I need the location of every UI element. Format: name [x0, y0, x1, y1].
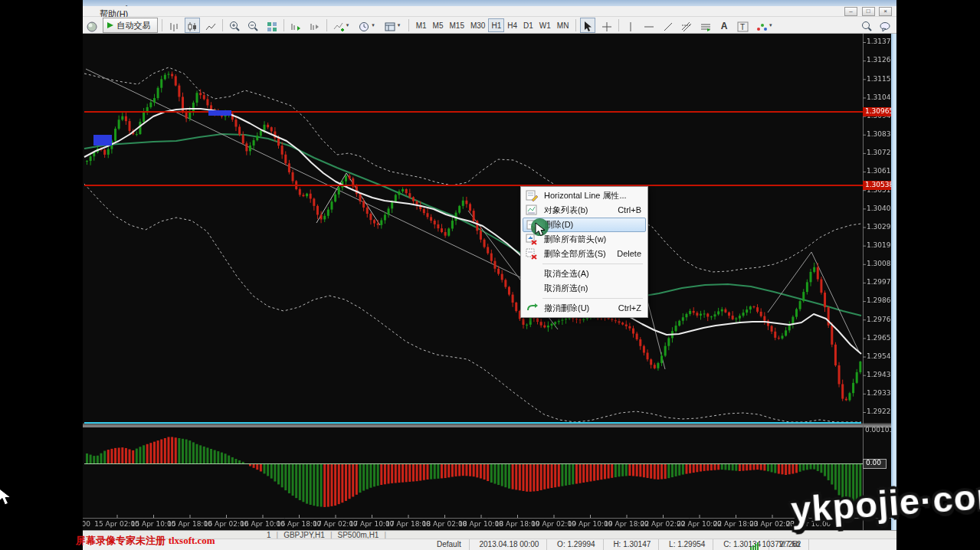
- secondary-cursor-icon: [0, 487, 13, 507]
- title-bar: GBPUSD,H1]: [83, 0, 896, 6]
- status-high: H: 1.30147: [605, 539, 659, 550]
- timeframe-m1[interactable]: M1: [413, 18, 430, 32]
- tile-windows-icon[interactable]: [264, 18, 280, 33]
- horizontal-line-tool-icon[interactable]: [641, 18, 657, 33]
- timeframe-m5[interactable]: M5: [430, 18, 447, 32]
- screen: GBPUSD,H1] 帮助(H) – □ × 自动交易: [0, 0, 980, 550]
- context-menu-item[interactable]: 撤消删除(U)Ctrl+Z: [523, 301, 646, 316]
- indicators-caret-icon[interactable]: ▾: [346, 18, 353, 33]
- status-profile: Default: [429, 539, 470, 550]
- context-menu-item[interactable]: 对象列表(b)Ctrl+B: [523, 203, 646, 218]
- toolbar: 自动交易 ▾ ▾ ▾ M1M5M15M30H1H4D1W1MN: [83, 17, 896, 34]
- svg-text:T: T: [740, 23, 745, 31]
- context-menu-separator: [542, 264, 643, 264]
- context-menu-item[interactable]: Horizontal Line 属性...: [523, 188, 646, 203]
- channels-tool-icon[interactable]: [698, 18, 713, 33]
- status-connection: 10372/7 kb: [742, 539, 808, 550]
- crosshair-tool-icon[interactable]: [599, 18, 615, 33]
- chart-canvas[interactable]: [83, 34, 896, 530]
- timeframe-h1[interactable]: H1: [488, 18, 504, 32]
- timeframe-m30[interactable]: M30: [467, 18, 488, 32]
- chat-icon[interactable]: [878, 18, 893, 33]
- autotrading-button[interactable]: 自动交易: [103, 18, 157, 33]
- timeframe-m15[interactable]: M15: [447, 18, 467, 32]
- periods-icon[interactable]: [356, 18, 372, 33]
- undo-icon: [526, 303, 538, 314]
- status-low: L: 1.29954: [661, 539, 713, 550]
- line-chart-icon[interactable]: [203, 18, 218, 33]
- timeframe-group: M1M5M15M30H1H4D1W1MN: [411, 17, 574, 34]
- connection-bars-icon: [750, 539, 759, 550]
- mouse-cursor-icon: [535, 222, 547, 237]
- context-menu: Horizontal Line 属性...对象列表(b)Ctrl+B删除(D)删…: [520, 186, 648, 318]
- cursor-tool-icon[interactable]: [580, 18, 595, 33]
- recorder-watermark: 屏幕录像专家未注册 tlxsoft.com: [76, 534, 215, 548]
- context-menu-item[interactable]: 删除全部所选(S)Delete: [523, 247, 646, 261]
- zoom-out-icon[interactable]: [246, 18, 261, 33]
- restore-button[interactable]: □: [862, 7, 875, 16]
- status-open: O: 1.29994: [549, 539, 603, 550]
- timeframe-h4[interactable]: H4: [504, 18, 520, 32]
- objects-list-icon: [526, 205, 538, 216]
- close-button[interactable]: ×: [879, 7, 892, 16]
- candlestick-chart-icon[interactable]: [185, 18, 200, 33]
- auto-scroll-icon[interactable]: [288, 18, 303, 33]
- indicators-icon[interactable]: [331, 18, 346, 33]
- timeframe-mn[interactable]: MN: [554, 18, 572, 32]
- arrows-tool-icon[interactable]: [754, 18, 769, 33]
- properties-icon: [526, 190, 538, 201]
- search-icon[interactable]: [860, 18, 875, 33]
- new-order-icon[interactable]: [84, 18, 100, 33]
- arrows-caret-icon[interactable]: ▾: [769, 18, 776, 33]
- context-menu-separator: [542, 298, 643, 299]
- fibonacci-tool-icon[interactable]: [679, 18, 694, 33]
- zoom-in-icon[interactable]: [227, 18, 242, 33]
- chart-shift-icon[interactable]: [307, 18, 323, 33]
- context-menu-item[interactable]: 取消全选(A): [523, 267, 646, 281]
- status-bar-time: 2013.04.18 00:00: [471, 539, 547, 550]
- menu-bar: 帮助(H) – □ ×: [83, 6, 896, 17]
- minimize-button[interactable]: –: [844, 7, 857, 16]
- vertical-line-tool-icon[interactable]: [623, 18, 638, 33]
- templates-icon[interactable]: [382, 18, 398, 33]
- mt4-window: GBPUSD,H1] 帮助(H) – □ × 自动交易: [83, 0, 896, 550]
- timeframe-w1[interactable]: W1: [536, 18, 554, 32]
- delete-selected-icon: [526, 248, 538, 260]
- text-label-tool-icon[interactable]: T: [736, 18, 751, 33]
- text-tool-icon[interactable]: A: [716, 18, 732, 33]
- trendline-tool-icon[interactable]: [660, 18, 676, 33]
- bar-chart-icon[interactable]: [166, 18, 182, 33]
- context-menu-item[interactable]: 取消所选(n): [523, 281, 646, 296]
- timeframe-d1[interactable]: D1: [520, 18, 536, 32]
- periods-caret-icon[interactable]: ▾: [372, 18, 379, 33]
- templates-caret-icon[interactable]: ▾: [398, 18, 405, 33]
